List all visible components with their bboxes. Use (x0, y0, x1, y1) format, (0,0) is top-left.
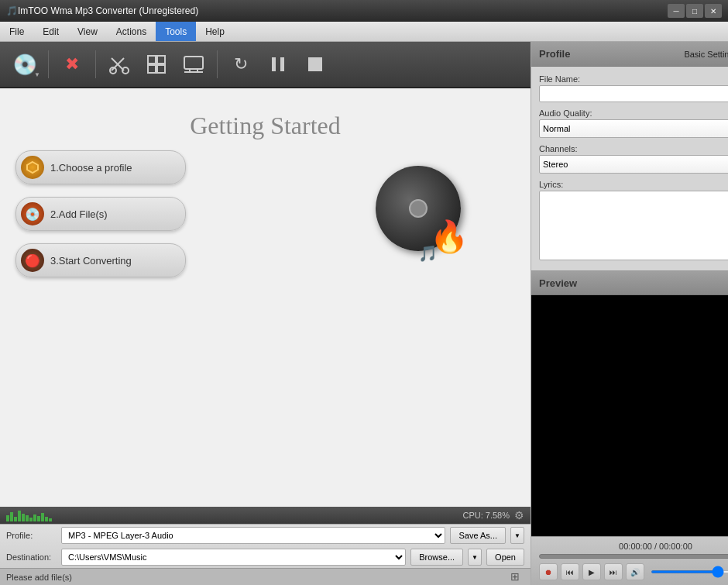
step2-button[interactable]: 💿 2.Add File(s) (15, 197, 186, 231)
svg-marker-15 (27, 162, 38, 173)
destination-label: Destination: (6, 552, 57, 562)
step1-icon (21, 156, 44, 179)
preview-video-area (531, 295, 728, 536)
file-name-field-group: File Name: (539, 74, 728, 102)
vis-bar (41, 513, 44, 521)
toolbar-stop-button[interactable] (298, 47, 332, 81)
music-note-icon: 🎵 (418, 244, 438, 263)
left-panel: 💿 ▼ ✖ (0, 42, 531, 585)
svg-rect-12 (272, 57, 276, 71)
svg-rect-6 (148, 65, 156, 73)
settings-form: File Name: Audio Quality: Normal High Lo… (531, 67, 728, 270)
record-button[interactable]: ⏺ (539, 563, 558, 580)
lyrics-textarea[interactable] (539, 191, 728, 260)
preview-controls: 00:00:00 / 00:00:00 ⏺ ⏮ ▶ ⏭ 🔊 ⊞ (531, 536, 728, 585)
vis-bar (33, 514, 36, 521)
status-message-bar: Please add file(s) ⊞ (0, 568, 531, 585)
channels-label: Channels: (539, 144, 728, 153)
time-display: 00:00:00 / 00:00:00 (539, 542, 728, 551)
profile-select[interactable]: MP3 - MPEG Layer-3 Audio (61, 527, 445, 544)
step1-button[interactable]: 1.Choose a profile (15, 150, 186, 184)
profile-section-label: Profile (539, 48, 570, 60)
basic-settings-button[interactable]: Basic Settings ▼ (684, 50, 728, 59)
toolbar-separator-2 (95, 50, 96, 78)
toolbar-convert-button[interactable]: ↻ (224, 47, 258, 81)
menu-help[interactable]: Help (196, 22, 234, 41)
content-area: Getting Started 1.Choose a profile 💿 2.A… (0, 88, 531, 507)
svg-rect-13 (280, 57, 284, 71)
toolbar-separator-1 (48, 50, 49, 78)
progress-bar-container[interactable] (539, 554, 728, 559)
title-icon: 🎵 (6, 5, 18, 16)
profile-section-header: Profile Basic Settings ▼ ▶ (531, 42, 728, 67)
playback-controls: ⏺ ⏮ ▶ ⏭ 🔊 ⊞ (539, 563, 728, 580)
volume-button[interactable]: 🔊 (626, 563, 644, 580)
steps-container: 1.Choose a profile 💿 2.Add File(s) 🔴 3.S… (15, 150, 186, 277)
vis-bar (22, 514, 25, 521)
cd-illustration: 🔥 🎵 (376, 166, 469, 259)
maximize-button[interactable]: □ (686, 4, 703, 18)
vis-bar (10, 512, 13, 521)
audio-visualizer (6, 509, 52, 521)
file-name-input[interactable] (539, 85, 728, 102)
channels-select[interactable]: Stereo Mono (539, 155, 728, 174)
vis-bar (45, 517, 48, 521)
save-as-button[interactable]: Save As... (450, 527, 506, 544)
vis-bar (18, 511, 21, 521)
channels-select-wrapper: Stereo Mono ▼ (539, 155, 728, 174)
toolbar-cut-button[interactable] (102, 47, 136, 81)
preview-section-label: Preview (539, 277, 577, 289)
minimize-button[interactable]: ─ (668, 4, 685, 18)
toolbar-pause-button[interactable] (261, 47, 295, 81)
toolbar-delete-button[interactable]: ✖ (55, 47, 89, 81)
right-panel: Profile Basic Settings ▼ ▶ File Name: Au… (531, 42, 728, 585)
audio-quality-field-group: Audio Quality: Normal High Low ▼ (539, 108, 728, 138)
toolbar-effects-button[interactable] (177, 47, 211, 81)
audio-quality-label: Audio Quality: (539, 108, 728, 118)
status-bar: CPU: 7.58% ⚙ (0, 507, 531, 524)
play-button[interactable]: ▶ (582, 563, 601, 580)
main-container: 💿 ▼ ✖ (0, 42, 728, 585)
profile-label: Profile: (6, 531, 57, 540)
vis-bar (29, 518, 33, 521)
browse-dropdown-button[interactable]: ▼ (468, 549, 482, 566)
next-button[interactable]: ⏭ (604, 563, 623, 580)
save-as-dropdown-button[interactable]: ▼ (510, 527, 524, 544)
destination-select[interactable]: C:\Users\VMS\Music (61, 549, 406, 566)
lyrics-label: Lyrics: (539, 180, 728, 189)
menu-actions[interactable]: Actions (107, 22, 156, 41)
toolbar-separator-3 (217, 50, 218, 78)
step1-label: 1.Choose a profile (50, 162, 132, 174)
settings-icon-button[interactable]: ⚙ (514, 509, 524, 521)
lyrics-field-group: Lyrics: (539, 180, 728, 263)
vis-bar (26, 515, 29, 521)
toolbar-merge-button[interactable] (139, 47, 173, 81)
vis-bar (6, 515, 9, 521)
close-button[interactable]: ✕ (705, 4, 722, 18)
prev-button[interactable]: ⏮ (561, 563, 579, 580)
open-button[interactable]: Open (486, 549, 524, 566)
audio-quality-select-wrapper: Normal High Low ▼ (539, 119, 728, 138)
vis-bar (37, 516, 40, 521)
profile-row: Profile: MP3 - MPEG Layer-3 Audio Save A… (0, 525, 531, 546)
channels-field-group: Channels: Stereo Mono ▼ (539, 144, 728, 174)
menu-edit[interactable]: Edit (33, 22, 68, 41)
menu-tools[interactable]: Tools (156, 22, 196, 41)
destination-row: Destination: C:\Users\VMS\Music Browse..… (0, 546, 531, 568)
step3-button[interactable]: 🔴 3.Start Converting (15, 243, 186, 277)
basic-settings-label: Basic Settings (684, 50, 728, 59)
volume-slider[interactable] (651, 570, 728, 573)
menu-bar: File Edit View Actions Tools Help (0, 22, 728, 42)
toolbar-add-button[interactable]: 💿 ▼ (8, 47, 42, 81)
audio-quality-select[interactable]: Normal High Low (539, 119, 728, 138)
grid-icon-button[interactable]: ⊞ (510, 570, 524, 584)
cpu-status: CPU: 7.58% (462, 511, 510, 520)
svg-rect-14 (308, 57, 322, 71)
menu-file[interactable]: File (0, 22, 33, 41)
file-name-label: File Name: (539, 74, 728, 84)
menu-view[interactable]: View (68, 22, 107, 41)
getting-started-title: Getting Started (190, 112, 341, 140)
browse-button[interactable]: Browse... (410, 549, 463, 566)
toolbar-add-dropdown-arrow: ▼ (34, 71, 40, 78)
svg-rect-7 (157, 65, 165, 73)
